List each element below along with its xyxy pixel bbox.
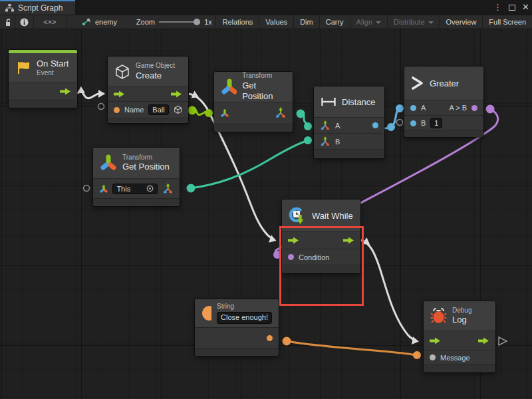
node-title: Distance <box>342 97 376 107</box>
node-wait-while[interactable]: Wait While Condition <box>282 200 360 273</box>
wire-waitwhile-to-log <box>361 240 416 341</box>
tab-bar: Script Graph ⋮ ✕ <box>0 0 532 15</box>
transform-in-port[interactable] <box>99 184 108 194</box>
output-label: A > B <box>449 104 467 112</box>
graph-toolbar: <×> enemy Zoom 1x Relations Values Dim C… <box>0 15 532 29</box>
unconnected-flow-triangle <box>499 337 507 345</box>
port-label-b: B <box>335 138 340 146</box>
node-get-position-2[interactable]: Transform Get Position This <box>93 148 180 206</box>
string-out-port[interactable] <box>267 335 273 341</box>
lock-button[interactable] <box>0 15 15 29</box>
string-value-input[interactable]: Close enough! <box>217 312 272 324</box>
message-label: Message <box>440 354 470 362</box>
float-out-port[interactable] <box>372 122 378 128</box>
carry-button[interactable]: Carry <box>320 15 350 29</box>
node-create[interactable]: Game Object Create Name Ball <box>108 57 188 123</box>
name-input[interactable]: Ball <box>148 104 168 115</box>
bug-icon <box>430 307 447 325</box>
bool-in-port[interactable] <box>288 254 294 260</box>
node-subtitle: Event <box>37 69 68 78</box>
flow-out-port[interactable] <box>60 88 71 95</box>
values-button[interactable]: Values <box>259 15 293 29</box>
window-menu-button[interactable]: ⋮ <box>493 0 502 15</box>
flow-out-port[interactable] <box>171 90 182 98</box>
target-object-picker[interactable]: This <box>112 184 157 194</box>
node-greater[interactable]: Greater A A > B B 1 <box>404 66 483 137</box>
flow-out-port[interactable] <box>478 337 489 344</box>
node-category: Transform <box>242 72 286 80</box>
zoom-slider[interactable] <box>159 21 198 23</box>
node-title: Get Position <box>122 162 170 172</box>
vector3-out-port[interactable] <box>275 107 287 119</box>
graph-node-icon <box>82 18 91 26</box>
node-footer <box>9 100 77 108</box>
flag-icon <box>15 61 31 75</box>
node-title: Log <box>452 315 471 325</box>
node-category: Game Object <box>136 62 175 70</box>
float-in-port-b[interactable] <box>410 120 416 126</box>
code-view-button[interactable]: <×> <box>34 15 66 29</box>
node-string[interactable]: String Close enough! <box>195 299 279 356</box>
wire-getposition2-to-distance-b <box>191 140 308 188</box>
info-button[interactable] <box>15 15 33 29</box>
node-title: Get Position <box>242 80 286 102</box>
tab-script-graph[interactable]: Script Graph <box>0 0 75 15</box>
graph-canvas[interactable]: On Start Event Game Object Create <box>0 29 532 399</box>
vector3-in-port-a[interactable] <box>320 120 331 131</box>
tab-title: Script Graph <box>18 3 63 13</box>
wire-getposition1-to-distance-a <box>301 114 308 126</box>
node-footer <box>282 265 360 273</box>
script-graph-icon <box>5 4 14 12</box>
relations-button[interactable]: Relations <box>216 15 259 29</box>
window-maximize-button[interactable] <box>509 5 515 11</box>
node-footer <box>93 198 180 205</box>
window-close-button[interactable]: ✕ <box>522 0 529 15</box>
node-title: String <box>217 303 272 311</box>
port-label-a: A <box>421 104 426 112</box>
distribute-button: Distribute <box>388 15 439 29</box>
float-in-port-a[interactable] <box>410 105 416 111</box>
node-distance[interactable]: Distance A B <box>314 86 384 158</box>
object-picker-icon[interactable] <box>146 185 154 192</box>
zoom-value: 1x <box>204 18 212 26</box>
transform-in-port[interactable] <box>220 108 229 118</box>
zoom-label: Zoom <box>136 18 155 26</box>
vector3-out-port[interactable] <box>162 183 174 195</box>
overview-button[interactable]: Overview <box>440 15 483 29</box>
full-screen-button[interactable]: Full Screen <box>483 15 532 29</box>
flow-out-port[interactable] <box>343 237 354 244</box>
vector3-in-port-b[interactable] <box>320 136 331 147</box>
node-category: Debug <box>452 307 471 315</box>
wire-onstart-to-create <box>77 91 104 98</box>
string-port[interactable] <box>114 107 120 113</box>
info-icon <box>20 18 29 27</box>
b-value-input[interactable]: 1 <box>430 118 442 128</box>
node-title: Wait While <box>312 211 353 221</box>
node-get-position-1[interactable]: Transform Get Position <box>214 72 293 132</box>
flow-in-port[interactable] <box>288 237 299 244</box>
dropdown-arrow-icon <box>376 21 381 24</box>
node-title: Greater <box>430 78 459 88</box>
gameobject-out-port[interactable] <box>174 105 182 114</box>
string-icon <box>201 305 211 321</box>
port-label-b: B <box>421 119 426 127</box>
wait-clock-icon <box>289 207 307 225</box>
node-footer <box>214 124 293 131</box>
node-on-start[interactable]: On Start Event <box>9 50 77 108</box>
transform-icon <box>100 154 117 172</box>
greater-icon <box>411 76 424 90</box>
object-in-port[interactable] <box>430 354 436 360</box>
node-category: Transform <box>122 154 170 162</box>
port-label-a: A <box>335 122 340 130</box>
bool-out-port[interactable] <box>471 105 477 111</box>
dim-button[interactable]: Dim <box>294 15 319 29</box>
zoom-slider-handle[interactable] <box>194 19 200 25</box>
flow-in-port[interactable] <box>114 90 125 98</box>
node-debug-log[interactable]: Debug Log Message <box>424 301 495 372</box>
flow-in-port[interactable] <box>430 337 441 344</box>
node-footer <box>424 364 495 372</box>
transform-icon <box>221 78 237 96</box>
graph-breadcrumb[interactable]: enemy <box>76 15 123 29</box>
graph-name: enemy <box>95 18 117 26</box>
distance-ruler-icon <box>321 97 336 106</box>
